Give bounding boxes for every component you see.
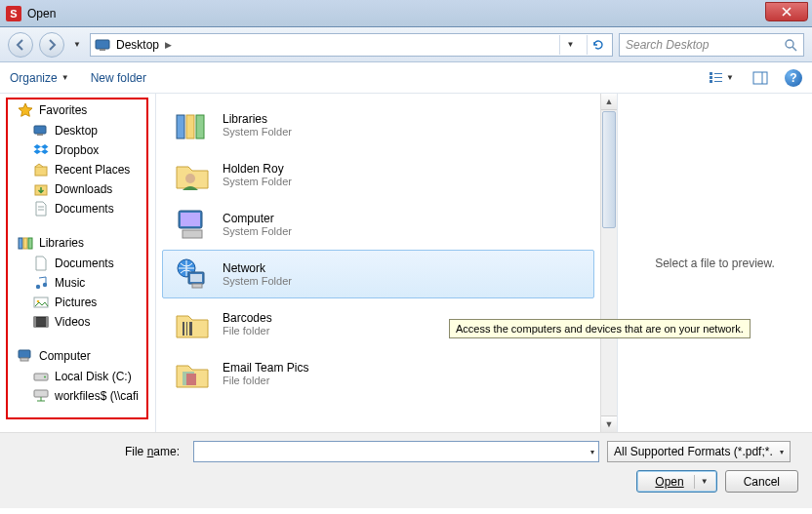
address-dropdown[interactable]: ▼ xyxy=(559,35,581,55)
svg-rect-37 xyxy=(196,115,204,138)
sidebar-item-network-drive[interactable]: workfiles$ (\\cafi xyxy=(4,386,155,406)
search-icon xyxy=(784,38,797,52)
folder-icon xyxy=(172,353,213,394)
svg-rect-40 xyxy=(181,213,200,226)
file-item-network[interactable]: NetworkSystem Folder xyxy=(162,250,594,298)
nav-history-dropdown[interactable]: ▼ xyxy=(70,40,84,49)
svg-rect-26 xyxy=(34,317,36,327)
svg-rect-10 xyxy=(753,72,767,84)
svg-rect-5 xyxy=(710,76,712,79)
sidebar-item-downloads[interactable]: Downloads xyxy=(4,179,155,199)
svg-rect-18 xyxy=(19,238,22,249)
sidebar-item-pictures[interactable]: Pictures xyxy=(4,293,155,312)
refresh-button[interactable] xyxy=(587,35,608,55)
music-icon xyxy=(33,275,49,291)
network-drive-icon xyxy=(33,388,49,404)
preview-text: Select a file to preview. xyxy=(655,257,775,270)
refresh-icon xyxy=(591,38,605,52)
file-item-libraries[interactable]: LibrariesSystem Folder xyxy=(162,100,594,149)
libraries-icon xyxy=(172,104,213,145)
computer-icon xyxy=(172,204,213,245)
help-button[interactable]: ? xyxy=(785,69,802,87)
svg-rect-20 xyxy=(28,238,32,249)
libraries-header[interactable]: Libraries xyxy=(4,232,155,254)
breadcrumb-location[interactable]: Desktop xyxy=(116,38,159,52)
sidebar-item-local-disk[interactable]: Local Disk (C:) xyxy=(4,367,155,386)
favorites-header[interactable]: Favorites xyxy=(4,99,155,121)
svg-point-2 xyxy=(786,40,793,48)
body: Favorites Desktop Dropbox Recent Places … xyxy=(0,94,812,432)
svg-rect-1 xyxy=(100,49,105,51)
new-folder-button[interactable]: New folder xyxy=(91,71,146,85)
pictures-icon xyxy=(33,295,49,310)
folder-icon xyxy=(172,303,213,344)
svg-rect-44 xyxy=(190,274,202,282)
computer-header[interactable]: Computer xyxy=(4,345,155,367)
svg-point-21 xyxy=(36,285,40,289)
desktop-icon xyxy=(33,123,49,138)
svg-point-38 xyxy=(185,174,195,183)
svg-rect-14 xyxy=(35,167,47,176)
chevron-right-icon[interactable]: ▶ xyxy=(165,40,172,50)
scroll-up-icon[interactable]: ▲ xyxy=(601,94,617,110)
filename-input[interactable]: ▾ xyxy=(193,441,599,462)
file-item-computer[interactable]: ComputerSystem Folder xyxy=(162,200,594,249)
forward-button[interactable] xyxy=(39,32,64,58)
cancel-button[interactable]: Cancel xyxy=(725,470,798,493)
sidebar-item-dropbox[interactable]: Dropbox xyxy=(4,140,155,160)
title-bar: S Open xyxy=(0,0,812,27)
svg-rect-25 xyxy=(34,317,48,327)
sidebar-item-music[interactable]: Music xyxy=(4,273,155,293)
star-icon xyxy=(18,102,33,118)
desktop-icon xyxy=(95,37,110,53)
chevron-down-icon[interactable]: ▼ xyxy=(701,477,709,486)
svg-rect-45 xyxy=(192,284,202,288)
preview-pane-toggle[interactable] xyxy=(746,68,775,88)
filename-label: File name: xyxy=(14,445,185,458)
open-button[interactable]: Open ▼ xyxy=(636,470,716,493)
file-item-user[interactable]: Holden RoySystem Folder xyxy=(162,150,594,199)
nav-bar: ▼ Desktop ▶ ▼ Search Desktop xyxy=(0,27,812,62)
document-icon xyxy=(33,201,49,217)
svg-rect-27 xyxy=(46,317,48,327)
svg-rect-32 xyxy=(34,390,48,397)
svg-rect-47 xyxy=(186,322,187,336)
scroll-down-icon[interactable]: ▼ xyxy=(601,415,617,432)
filename-field[interactable] xyxy=(198,444,579,459)
sidebar-item-videos[interactable]: Videos xyxy=(4,312,155,332)
view-mode-button[interactable]: ▼ xyxy=(707,68,736,88)
file-item-email-team-pics[interactable]: Email Team PicsFile folder xyxy=(162,349,594,398)
svg-rect-41 xyxy=(183,230,202,238)
svg-point-22 xyxy=(43,283,47,287)
preview-pane-icon xyxy=(752,71,768,85)
search-input[interactable]: Search Desktop xyxy=(619,33,804,57)
sidebar-item-recent-places[interactable]: Recent Places xyxy=(4,160,155,179)
file-pane: LibrariesSystem Folder Holden RoySystem … xyxy=(156,94,812,432)
svg-rect-13 xyxy=(37,134,43,136)
svg-rect-35 xyxy=(177,115,184,138)
footer: File name: ▾ All Supported Formats (*.pd… xyxy=(0,432,812,508)
dropbox-icon xyxy=(33,142,49,158)
window-title: Open xyxy=(27,7,56,20)
recent-icon xyxy=(33,162,49,178)
svg-rect-28 xyxy=(19,350,30,358)
arrow-right-icon xyxy=(46,39,58,51)
file-type-filter[interactable]: All Supported Formats (*.pdf;*. ▾ xyxy=(607,441,791,462)
arrow-left-icon xyxy=(15,39,26,51)
close-button[interactable] xyxy=(765,2,808,21)
app-icon: S xyxy=(6,6,21,21)
chevron-down-icon[interactable]: ▾ xyxy=(590,448,594,456)
organize-menu[interactable]: Organize▼ xyxy=(10,71,69,85)
sidebar-item-documents-fav[interactable]: Documents xyxy=(4,199,155,218)
sidebar-item-desktop[interactable]: Desktop xyxy=(4,121,155,140)
address-bar[interactable]: Desktop ▶ ▼ xyxy=(90,33,613,57)
back-button[interactable] xyxy=(8,32,33,58)
svg-rect-6 xyxy=(710,80,712,83)
document-icon xyxy=(33,256,49,271)
scrollbar[interactable]: ▲ ▼ xyxy=(600,94,617,432)
computer-icon xyxy=(18,348,33,364)
file-list[interactable]: LibrariesSystem Folder Holden RoySystem … xyxy=(156,94,600,432)
preview-pane: Select a file to preview. xyxy=(617,94,812,432)
sidebar-item-documents-lib[interactable]: Documents xyxy=(4,254,155,273)
scroll-thumb[interactable] xyxy=(602,111,616,228)
